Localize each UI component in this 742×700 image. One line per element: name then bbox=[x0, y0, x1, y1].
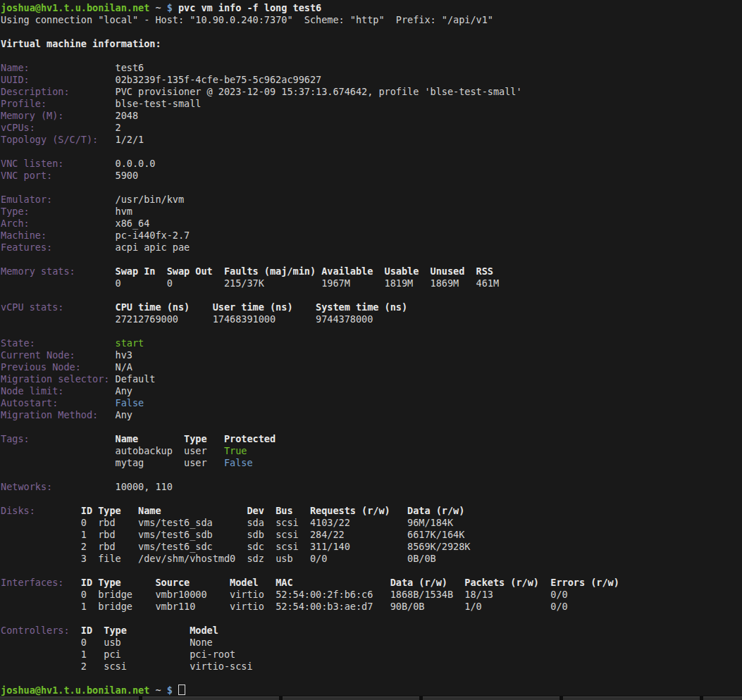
disk-type: file bbox=[98, 553, 121, 565]
info-row-memory: Memory (M): 2048 bbox=[1, 110, 742, 122]
field-label: Features: bbox=[1, 242, 52, 254]
type-row: Type: hvm bbox=[1, 206, 742, 218]
taskbar-segment[interactable] bbox=[423, 696, 559, 700]
field-value: 10000, 110 bbox=[116, 481, 173, 493]
iface-packets: 1/0 bbox=[464, 601, 481, 613]
controller-row: 0 usb None bbox=[1, 637, 742, 649]
info-row-topology: Topology (S/C/T): 1/2/1 bbox=[1, 134, 742, 146]
vcpu-stats-values-row: 27212769000 17468391000 9744378000 bbox=[1, 313, 742, 325]
disk-dev: sdc bbox=[247, 541, 264, 553]
bottom-taskbar-strip bbox=[0, 696, 742, 700]
taskbar-segment[interactable] bbox=[563, 696, 700, 700]
iface-data: 1868B/1534B bbox=[390, 589, 453, 601]
field-value: 0.0.0.0 bbox=[116, 158, 156, 170]
arch-row: Arch: x86_64 bbox=[1, 218, 742, 230]
column-header: User time (ns) bbox=[213, 301, 293, 313]
column-header: ID bbox=[81, 505, 92, 517]
node-limit-row: Node limit: Any bbox=[1, 385, 742, 397]
field-value: hv3 bbox=[116, 349, 132, 361]
iface-type: bridge bbox=[98, 589, 132, 601]
iface-source: vmbr10000 bbox=[155, 589, 206, 601]
disk-dev: sdz bbox=[247, 553, 264, 565]
controller-id: 2 bbox=[81, 661, 87, 673]
autostart-value: False bbox=[116, 397, 144, 409]
disk-type: rbd bbox=[98, 529, 115, 541]
disk-data: 8569K/2928K bbox=[407, 541, 470, 553]
field-label: Machine: bbox=[1, 230, 47, 242]
terminal-window[interactable]: joshua@hv1.t.u.bonilan.net ~ $ pvc vm in… bbox=[0, 0, 742, 700]
prompt-symbol: $ bbox=[167, 685, 173, 696]
connection-status: Using connection "local" - Host: "10.90.… bbox=[1, 14, 493, 26]
info-row-profile: Profile: blse-test-small bbox=[1, 98, 742, 110]
prompt-cwd: ~ bbox=[155, 2, 161, 14]
iface-model: virtio bbox=[230, 589, 264, 601]
taskbar-segment[interactable] bbox=[0, 696, 139, 700]
iface-mac: 52:54:00:b3:ae:d7 bbox=[276, 601, 373, 613]
field-value: 2 bbox=[116, 122, 121, 134]
column-header: Type bbox=[184, 433, 207, 445]
field-label: Description: bbox=[1, 86, 70, 98]
disk-name: /dev/shm/vhostmd0 bbox=[138, 553, 235, 565]
controller-model: pci-root bbox=[190, 649, 235, 661]
taskbar-segment[interactable] bbox=[283, 696, 419, 700]
field-label: Emulator: bbox=[1, 194, 52, 206]
column-header: Dev bbox=[247, 505, 264, 517]
cell-value: 0 bbox=[167, 277, 173, 289]
field-label: Migration Method: bbox=[1, 409, 98, 421]
terminal-screen: joshua@hv1.t.u.bonilan.net ~ $ pvc vm in… bbox=[1, 2, 742, 696]
column-header: Packets (r/w) bbox=[464, 577, 539, 589]
blank-line bbox=[1, 50, 742, 62]
disk-requests: 4103/22 bbox=[310, 517, 350, 529]
field-label: Arch: bbox=[1, 218, 30, 230]
blank-line bbox=[1, 146, 742, 158]
iface-id: 1 bbox=[81, 601, 87, 613]
autostart-row: Autostart: False bbox=[1, 397, 742, 409]
field-label: UUID: bbox=[1, 74, 30, 86]
migration-selector-row: Migration selector: Default bbox=[1, 373, 742, 385]
column-header: Swap In bbox=[116, 265, 156, 277]
disk-name: vms/test6_sda bbox=[138, 517, 213, 529]
blank-line bbox=[1, 565, 742, 577]
blank-line bbox=[1, 421, 742, 433]
disk-row: 1 rbd vms/test6_sdb sdb scsi 284/22 6617… bbox=[1, 529, 742, 541]
column-header: ID bbox=[81, 625, 92, 637]
shell-prompt-line[interactable]: joshua@hv1.t.u.bonilan.net ~ $ bbox=[1, 685, 742, 696]
iface-data: 90B/0B bbox=[390, 601, 425, 613]
field-value: pc-i440fx-2.7 bbox=[116, 230, 190, 242]
cell-value: 1967M bbox=[321, 277, 350, 289]
taskbar-segment[interactable] bbox=[142, 696, 279, 700]
tag-protected: True bbox=[224, 445, 247, 457]
terminal-cursor bbox=[178, 685, 185, 695]
field-value: hvm bbox=[116, 206, 132, 218]
field-label: Autostart: bbox=[1, 397, 58, 409]
column-header: RSS bbox=[476, 265, 493, 277]
column-header: System time (ns) bbox=[316, 301, 407, 313]
field-label: vCPU stats: bbox=[1, 301, 63, 313]
field-label: Memory stats: bbox=[1, 265, 75, 277]
tag-type: user bbox=[184, 457, 207, 469]
taskbar-segment[interactable] bbox=[703, 696, 742, 700]
features-row: Features: acpi apic pae bbox=[1, 242, 742, 254]
column-header: ID bbox=[81, 577, 92, 589]
migration-method-row: Migration Method: Any bbox=[1, 409, 742, 421]
vnc-listen-row: VNC listen: 0.0.0.0 bbox=[1, 158, 742, 170]
field-label: VNC listen: bbox=[1, 158, 63, 170]
disk-data: 6617K/164K bbox=[407, 529, 464, 541]
interface-row: 1 bridge vmbr110 virtio 52:54:00:b3:ae:d… bbox=[1, 601, 742, 613]
disk-bus: scsi bbox=[276, 517, 299, 529]
field-value: N/A bbox=[116, 361, 132, 373]
disk-bus: usb bbox=[276, 553, 292, 565]
cell-value: 27212769000 bbox=[116, 313, 178, 325]
info-row-vcpus: vCPUs: 2 bbox=[1, 122, 742, 134]
disk-dev: sda bbox=[247, 517, 264, 529]
controller-model: virtio-scsi bbox=[190, 661, 252, 673]
iface-model: virtio bbox=[230, 601, 264, 613]
info-row-name: Name: test6 bbox=[1, 62, 742, 74]
field-label: Networks: bbox=[1, 481, 52, 493]
disk-row: 0 rbd vms/test6_sda sda scsi 4103/22 96M… bbox=[1, 517, 742, 529]
column-header: Type bbox=[98, 505, 121, 517]
column-header: Requests (r/w) bbox=[310, 505, 390, 517]
field-value: blse-test-small bbox=[116, 98, 202, 110]
iface-mac: 52:54:00:2f:b6:c6 bbox=[276, 589, 373, 601]
vcpu-stats-header-row: vCPU stats: CPU time (ns) User time (ns)… bbox=[1, 301, 742, 313]
